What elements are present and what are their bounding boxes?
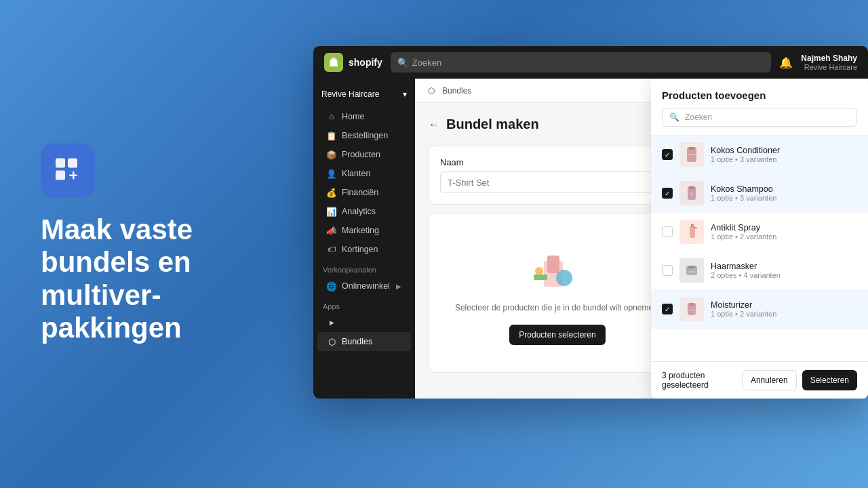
product-item-kokos-conditioner[interactable]: Kokos Conditioner 1 optie • 3 varianten xyxy=(651,136,868,174)
section-sales-label: Verkoopkanalen xyxy=(313,259,415,277)
product-thumb-1 xyxy=(679,142,704,167)
hero-icon-container xyxy=(41,143,95,197)
product-thumb-5 xyxy=(679,297,704,321)
svg-rect-8 xyxy=(534,274,547,280)
sidebar-label-marketing: Marketing xyxy=(342,226,379,235)
hero-title: Maak vaste bundels en multiver-pakkingen xyxy=(41,214,271,344)
product-checkbox-5[interactable] xyxy=(662,304,673,314)
apps-section-chevron: ▶ xyxy=(327,318,336,327)
products-empty-text: Selecteer de producten die je in de bund… xyxy=(455,302,660,314)
notification-bell-icon[interactable]: 🔔 xyxy=(779,56,793,69)
product-name-2: Kokos Shampoo xyxy=(711,184,857,194)
select-products-button[interactable]: Producten selecteren xyxy=(509,325,605,345)
svg-point-7 xyxy=(556,270,572,286)
product-checkbox-4[interactable] xyxy=(662,265,673,276)
products-search[interactable]: 🔍 Zoeken xyxy=(662,108,857,127)
sidebar-item-apps[interactable]: ▶ xyxy=(317,313,411,332)
analytics-icon: 📊 xyxy=(327,207,336,216)
apps-left: ▶ xyxy=(327,318,336,327)
breadcrumb-app-name: Bundles xyxy=(442,86,471,96)
sidebar-item-producten[interactable]: 📦 Producten xyxy=(317,145,411,164)
products-panel-header: Producten toevoegen 🔍 Zoeken xyxy=(651,79,868,136)
products-list: Kokos Conditioner 1 optie • 3 varianten … xyxy=(651,136,868,361)
user-store: Revive Haircare xyxy=(804,63,857,71)
shopify-logo-icon xyxy=(324,53,343,72)
search-icon-panel: 🔍 xyxy=(669,113,679,122)
sidebar: Revive Haircare ▾ ⌂ Home 📋 Bestellingen … xyxy=(313,79,415,399)
sidebar-label-financien: Financiën xyxy=(342,188,378,197)
footer-buttons: Annuleren Selecteren xyxy=(742,370,857,390)
product-checkbox-3[interactable] xyxy=(662,226,673,237)
svg-rect-1 xyxy=(68,158,77,167)
name-input[interactable] xyxy=(440,171,675,193)
brand-name: shopify xyxy=(349,57,382,68)
sidebar-item-analytics[interactable]: 📊 Analytics xyxy=(317,202,411,221)
search-placeholder-panel: Zoeken xyxy=(685,113,712,122)
product-item-kokos-shampoo[interactable]: Kokos Shampoo 1 optie • 3 varianten xyxy=(651,174,868,213)
svg-rect-23 xyxy=(689,303,694,306)
product-item-haarmasker[interactable]: Haarmasker 2 opties • 4 varianten xyxy=(651,251,868,290)
sidebar-nav: ⌂ Home 📋 Bestellingen 📦 Producten 👤 Klan… xyxy=(313,107,415,351)
product-info-5: Moisturizer 1 optie • 2 varianten xyxy=(711,300,857,318)
product-variants-4: 2 opties • 4 varianten xyxy=(711,271,857,279)
store-selector[interactable]: Revive Haircare ▾ xyxy=(313,84,415,104)
shopify-logo: shopify xyxy=(324,53,382,72)
topbar-right: 🔔 Najmeh Shahy Revive Haircare xyxy=(779,54,857,71)
product-item-antiklit-spray[interactable]: Antiklit Spray 1 optie • 2 varianten xyxy=(651,213,868,251)
selected-count-text: 3 producten geselecteerd xyxy=(662,371,709,390)
products-panel-title: Producten toevoegen xyxy=(662,89,857,101)
product-thumb-4 xyxy=(679,258,704,283)
sidebar-item-klanten[interactable]: 👤 Klanten xyxy=(317,164,411,183)
shopify-bag-icon xyxy=(328,56,340,68)
sidebar-label-onlinewinkel: Onlinewinkel xyxy=(342,281,390,291)
svg-rect-12 xyxy=(687,154,696,155)
sidebar-item-home[interactable]: ⌂ Home xyxy=(317,107,411,126)
orders-icon: 📋 xyxy=(327,131,336,140)
select-button[interactable]: Selecteren xyxy=(802,370,857,390)
svg-rect-6 xyxy=(547,256,559,273)
product-name-4: Haarmasker xyxy=(711,262,857,271)
store-selector-name: Revive Haircare xyxy=(321,89,379,99)
marketing-icon: 📣 xyxy=(327,226,336,235)
product-checkbox-1[interactable] xyxy=(662,149,673,160)
name-label: Naam xyxy=(440,157,675,167)
sidebar-item-bundles[interactable]: ⬡ Bundles xyxy=(317,332,411,351)
user-info: Najmeh Shahy Revive Haircare xyxy=(801,54,857,71)
sidebar-item-bestellingen[interactable]: 📋 Bestellingen xyxy=(317,126,411,145)
discounts-icon: 🏷 xyxy=(327,245,336,254)
sidebar-label-analytics: Analytics xyxy=(342,207,376,216)
sidebar-label-kortingen: Kortingen xyxy=(342,245,378,254)
empty-products-card: Selecteer de producten die je in de bund… xyxy=(429,213,686,373)
topbar-search[interactable]: 🔍 Zoeken xyxy=(391,52,772,73)
products-panel-footer: 3 producten geselecteerd Annuleren Selec… xyxy=(651,361,868,399)
cancel-button[interactable]: Annuleren xyxy=(742,370,797,390)
sidebar-item-onlinewinkel[interactable]: 🌐 Onlinewinkel ▶ xyxy=(317,277,411,296)
svg-rect-18 xyxy=(693,227,697,228)
back-button[interactable]: ← xyxy=(429,119,439,131)
product-info-4: Haarmasker 2 opties • 4 varianten xyxy=(711,262,857,279)
hero-section: Maak vaste bundels en multiver-pakkingen xyxy=(41,143,271,344)
selected-count: 3 producten geselecteerd xyxy=(662,371,742,390)
products-empty-illustration xyxy=(527,241,588,302)
sidebar-item-marketing[interactable]: 📣 Marketing xyxy=(317,221,411,240)
product-checkbox-2[interactable] xyxy=(662,188,673,199)
product-info-3: Antiklit Spray 1 optie • 2 varianten xyxy=(711,223,857,241)
finance-icon: 💰 xyxy=(327,188,336,197)
svg-point-9 xyxy=(535,267,543,275)
onlinewinkel-left: 🌐 Onlinewinkel xyxy=(327,281,390,291)
product-name-1: Kokos Conditioner xyxy=(711,146,857,155)
svg-rect-0 xyxy=(56,158,65,167)
sidebar-item-financien[interactable]: 💰 Financiën xyxy=(317,183,411,202)
product-item-moisturizer[interactable]: Moisturizer 1 optie • 2 varianten xyxy=(651,290,868,329)
customers-icon: 👤 xyxy=(327,169,336,178)
grid-plus-icon xyxy=(53,155,83,185)
svg-rect-24 xyxy=(688,310,696,311)
sidebar-item-kortingen[interactable]: 🏷 Kortingen xyxy=(317,240,411,259)
svg-rect-11 xyxy=(689,147,694,150)
name-form-card: Naam xyxy=(429,146,686,205)
breadcrumb-app-icon: ⬡ xyxy=(426,85,437,96)
search-placeholder: Zoeken xyxy=(412,58,441,68)
shopify-window: shopify 🔍 Zoeken 🔔 Najmeh Shahy Revive H… xyxy=(313,46,868,399)
sidebar-label-klanten: Klanten xyxy=(342,169,370,178)
chevron-down-icon: ▾ xyxy=(403,89,407,99)
